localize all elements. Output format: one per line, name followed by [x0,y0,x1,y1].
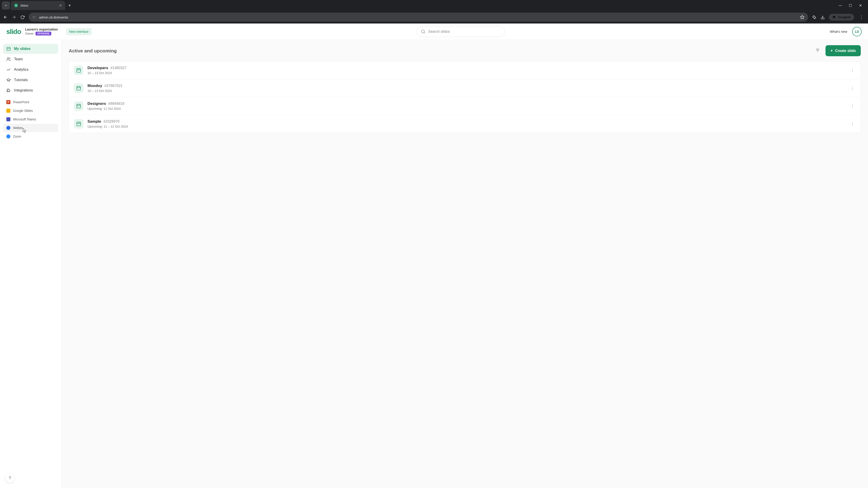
reload-icon [20,15,25,20]
integration-label: Google Slides [13,109,33,112]
sidebar-item-team[interactable]: Team [3,54,58,64]
event-row[interactable]: Designers #8664816 Upcoming: 11 Oct 2024… [69,97,861,115]
arrow-right-icon [12,15,16,20]
event-menu-button[interactable]: ⋮ [849,85,856,92]
calendar-icon [74,66,84,75]
sidebar-item-my-slidos[interactable]: My slidos [3,44,58,54]
help-button[interactable]: ? [5,474,14,483]
event-row[interactable]: Sample #2329970 Upcoming: 11 – 12 Oct 20… [69,115,861,133]
browser-tab[interactable]: S Slidos ✕ [11,1,65,10]
powerpoint-icon: P [6,100,10,104]
event-code: #2329970 [103,120,119,124]
extensions-button[interactable] [812,15,816,20]
downloads-button[interactable] [820,15,825,20]
google-slides-icon [6,109,10,113]
back-button[interactable] [3,15,8,20]
browser-menu-button[interactable]: ⋮ [858,15,865,20]
logo[interactable]: slido [6,28,21,35]
search-input[interactable] [428,30,500,34]
event-menu-button[interactable]: ⋮ [849,103,856,109]
browser-toolbar: admin.sli.do/events Incognito ⋮ [0,11,868,24]
integration-powerpoint[interactable]: P PowerPoint [3,98,58,106]
sidebar-item-label: Integrations [14,88,33,92]
sidebar-item-analytics[interactable]: Analytics [3,65,58,74]
browser-chrome: S Slidos ✕ + — ☐ ✕ admin.sli.do/events [0,0,868,24]
event-code: #8664816 [108,102,124,106]
upgrade-badge[interactable]: UPGRADE [35,32,51,35]
site-settings-icon[interactable] [32,15,36,19]
main-header: Active and upcoming + Create slido [69,45,861,56]
incognito-label: Incognito [838,15,851,19]
create-slido-button[interactable]: + Create slido [826,45,861,56]
bookmark-star-icon[interactable] [800,15,804,20]
event-menu-button[interactable]: ⋮ [849,67,856,74]
tabs-dropdown-button[interactable] [2,1,10,9]
puzzle-icon [812,15,816,20]
event-date: Upcoming: 11 – 12 Oct 2024 [88,125,845,128]
section-title: Active and upcoming [69,48,117,54]
event-row[interactable]: Moodoy #37867021 10 – 13 Oct 2024 ⋮ [69,79,861,97]
microsoft-teams-icon [6,117,10,121]
calendar-icon [74,101,84,111]
search-box[interactable] [416,26,505,37]
maximize-button[interactable]: ☐ [848,3,852,8]
tab-strip: S Slidos ✕ + — ☐ ✕ [0,0,868,11]
close-tab-button[interactable]: ✕ [59,3,62,8]
sidebar-item-tutorials[interactable]: Tutorials [3,75,58,85]
whats-new-link[interactable]: What's new [830,30,847,33]
integration-microsoft-teams[interactable]: Microsoft Teams [3,115,58,123]
event-list: Developers #1480327 10 – 13 Oct 2024 ⋮ M… [69,61,861,133]
integrations-icon [6,88,11,93]
event-date: Upcoming: 11 Oct 2024 [88,107,845,110]
new-interface-badge[interactable]: New interface [66,28,92,35]
app-body: My slidos Team Analytics Tutorials [0,40,868,488]
organization-role: Owner [25,32,34,35]
avatar[interactable]: LD [852,27,862,36]
reload-button[interactable] [20,15,25,20]
window-controls: — ☐ ✕ [838,3,866,8]
incognito-icon [832,15,836,19]
close-window-button[interactable]: ✕ [858,3,863,8]
event-code: #37867021 [104,84,123,88]
svg-rect-28 [77,122,81,126]
svg-rect-20 [77,87,81,90]
event-menu-button[interactable]: ⋮ [849,121,856,127]
event-name: Sample [88,119,101,124]
integration-google-slides[interactable]: Google Slides [3,107,58,115]
organization-block[interactable]: Lauren's organization Owner UPGRADE [25,28,58,35]
analytics-icon [6,67,11,72]
minimize-button[interactable]: — [838,3,843,8]
plus-icon: + [831,48,833,53]
slidos-icon [6,46,11,51]
event-name: Moodoy [88,84,102,88]
svg-rect-10 [7,47,10,50]
search-icon [421,29,426,34]
svg-rect-16 [77,69,81,72]
integration-zoom[interactable]: Zoom [3,132,58,140]
integration-label: PowerPoint [13,100,29,104]
event-name: Developers [88,66,108,70]
svg-point-3 [33,18,33,18]
sidebar-item-integrations[interactable]: Integrations [3,86,58,95]
integration-webex[interactable]: Webex [3,124,58,132]
url-text: admin.sli.do/events [39,15,68,19]
filter-button[interactable] [814,46,822,55]
sidebar-item-label: Analytics [14,68,29,72]
svg-marker-6 [800,15,804,19]
zoom-icon [6,134,10,138]
integration-label: Microsoft Teams [13,118,36,121]
app-root: slido Lauren's organization Owner UPGRAD… [0,24,868,488]
sidebar-item-label: Tutorials [14,78,28,82]
main-content: Active and upcoming + Create slido [61,40,868,488]
forward-button[interactable] [12,15,16,20]
event-row[interactable]: Developers #1480327 10 – 13 Oct 2024 ⋮ [69,61,861,79]
url-bar[interactable]: admin.sli.do/events [29,13,808,22]
integration-label: Webex [13,126,23,130]
tab-favicon: S [14,3,18,7]
event-date: 10 – 13 Oct 2024 [88,89,845,93]
sidebar: My slidos Team Analytics Tutorials [0,40,61,488]
new-tab-button[interactable]: + [66,3,73,8]
svg-point-8 [422,30,425,33]
incognito-badge[interactable]: Incognito [829,14,854,21]
svg-point-12 [7,58,9,59]
